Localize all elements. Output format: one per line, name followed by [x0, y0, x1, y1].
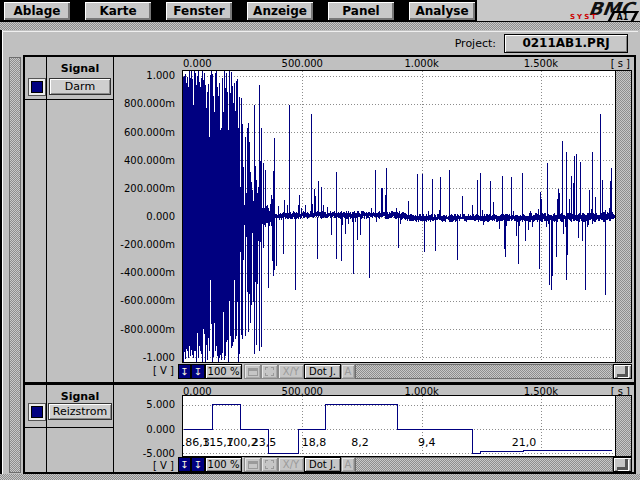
- y-tick-label: 1.000: [146, 70, 175, 81]
- menu-button-analyse[interactable]: Analyse: [408, 1, 476, 21]
- signal-header: Signal: [47, 390, 113, 403]
- row-divider: [25, 99, 113, 100]
- vertical-scrollbar[interactable]: [9, 57, 21, 473]
- project-bar: Project: 0211AB1.PRJ: [2, 31, 638, 54]
- y-tick-label: -600.000m: [120, 295, 175, 306]
- horizontal-scrollbar[interactable]: [355, 457, 613, 472]
- menu-button-anzeige[interactable]: Anzeige: [246, 1, 314, 21]
- y-tick-label: 0.000: [146, 424, 175, 435]
- scroll-down-button[interactable]: ↧: [178, 364, 191, 379]
- project-name-field[interactable]: 0211AB1.PRJ: [504, 34, 628, 53]
- plot-svg: [182, 70, 632, 363]
- desktop-strip-bottom: [0, 474, 640, 480]
- dot-join-button[interactable]: Dot J.: [304, 364, 341, 379]
- xy-mode-button[interactable]: X/Y: [278, 364, 304, 379]
- autoscale-button[interactable]: A: [341, 364, 355, 379]
- scroll-down-button-2[interactable]: ↧: [191, 457, 205, 472]
- y-tick-label: 0.000: [146, 211, 175, 222]
- y-tick-label: -200.000m: [120, 239, 175, 250]
- y-tick-label: 5.000: [146, 399, 175, 410]
- x-tick-label: 1.000k: [404, 58, 438, 69]
- column-divider: [46, 57, 47, 472]
- menu-button-panel[interactable]: Panel: [327, 1, 395, 21]
- interval-annotation: 21,0: [512, 436, 537, 449]
- scroll-down-button-2[interactable]: ↧: [191, 364, 205, 379]
- x-tick-label: 1.500k: [524, 58, 558, 69]
- y-tick-label: -5.000: [143, 448, 175, 459]
- menu-button-karte[interactable]: Karte: [84, 1, 152, 21]
- y-tick-label: 400.000m: [124, 155, 175, 166]
- printer-icon: [248, 461, 258, 469]
- menu-button-ablage[interactable]: Ablage: [3, 1, 71, 21]
- interval-annotation: 23,5: [252, 436, 277, 449]
- y-tick-label: -1.000: [143, 352, 175, 363]
- scroll-down-button[interactable]: ↧: [178, 457, 191, 472]
- y-tick-label: 200.000m: [124, 183, 175, 194]
- autoscale-button[interactable]: A: [341, 457, 355, 472]
- waveform-plot-darm[interactable]: [182, 70, 632, 363]
- plot-right-scrollbar[interactable]: [616, 396, 631, 456]
- row-divider: [25, 427, 113, 428]
- x-axis-labels: 0.000500.0001.000k1.500k[ s ]: [182, 58, 632, 70]
- y-tick-label: 600.000m: [124, 127, 175, 138]
- resize-corner-icon: [617, 366, 628, 377]
- interval-annotation: 8,2: [351, 436, 369, 449]
- x-axis-unit: [ s ]: [611, 58, 630, 69]
- interval-annotation: 18,8: [302, 436, 327, 449]
- project-label: Project:: [455, 37, 496, 50]
- resize-corner-button[interactable]: [613, 364, 632, 379]
- selection-icon: [265, 367, 274, 376]
- selection-icon: [265, 460, 274, 469]
- y-axis-labels: 5.0000.000-5.000: [114, 385, 178, 457]
- plot-right-scrollbar[interactable]: [616, 71, 631, 362]
- print-button[interactable]: [244, 364, 261, 379]
- menu-button-fenster[interactable]: Fenster: [165, 1, 233, 21]
- plot-toolbar: ↧↧100 %X/YDot J.A: [178, 457, 632, 472]
- signal-checkbox-darm[interactable]: [28, 78, 46, 96]
- x-tick-label: 500.000: [282, 58, 323, 69]
- y-tick-label: -800.000m: [120, 324, 175, 335]
- signal-header: Signal: [47, 62, 113, 75]
- y-axis-labels: 1.000800.000m600.000m400.000m200.000m0.0…: [114, 57, 178, 382]
- dot-join-button[interactable]: Dot J.: [304, 457, 341, 472]
- selection-button[interactable]: [261, 457, 278, 472]
- signal-checkbox-reizstrom[interactable]: [28, 403, 46, 421]
- selection-button[interactable]: [261, 364, 278, 379]
- printer-icon: [248, 368, 258, 376]
- plot-toolbar: ↧↧100 %X/YDot J.A: [178, 364, 632, 380]
- horizontal-scrollbar[interactable]: [355, 364, 613, 379]
- resize-corner-button[interactable]: [613, 457, 632, 472]
- signal-name-button-reizstrom[interactable]: Reizstrom: [48, 403, 112, 420]
- y-axis-unit: [ V ]: [114, 365, 174, 376]
- signals-panel: Signal Darm Signal Reizstrom 0.000500.00…: [23, 55, 636, 474]
- x-tick-label: 0.000: [183, 58, 212, 69]
- zoom-level-button[interactable]: 100 %: [205, 457, 242, 472]
- bmc-logo: BMC SYST A1: [476, 0, 640, 21]
- y-tick-label: -400.000m: [120, 267, 175, 278]
- waveform-plot-reizstrom[interactable]: 186,3115,7100,223,518,88,29,421,0: [182, 395, 632, 457]
- signal-name-button-darm[interactable]: Darm: [49, 78, 111, 95]
- zoom-level-button[interactable]: 100 %: [205, 364, 242, 379]
- y-axis-unit: [ V ]: [114, 460, 174, 471]
- print-button[interactable]: [244, 457, 261, 472]
- resize-corner-icon: [617, 459, 628, 470]
- plot-svg: 186,3115,7100,223,518,88,29,421,0: [182, 395, 632, 457]
- interval-annotation: 9,4: [418, 436, 436, 449]
- xy-mode-button[interactable]: X/Y: [278, 457, 304, 472]
- application-window: AblageKarteFensterAnzeigePanelAnalyse BM…: [0, 0, 640, 480]
- y-tick-label: 800.000m: [124, 98, 175, 109]
